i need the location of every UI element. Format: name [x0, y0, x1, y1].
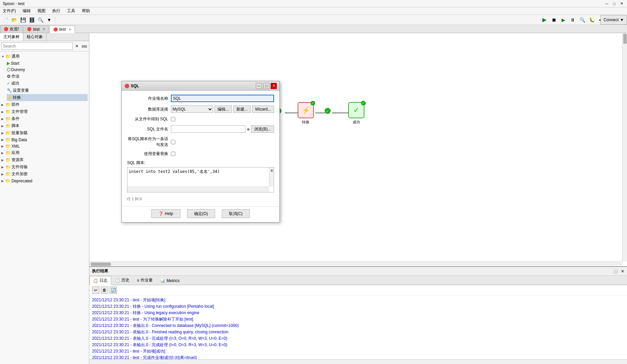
- sql-editor-container: insert into test2 values(05,'名名',34) ◆: [127, 167, 274, 192]
- usevar-checkbox[interactable]: [171, 152, 175, 156]
- filesql-checkbox[interactable]: [171, 117, 175, 121]
- db-select[interactable]: MySQL: [171, 105, 213, 113]
- ok-button[interactable]: 确定(O): [187, 209, 215, 218]
- dialog-title: 🔴 SQL: [124, 84, 139, 88]
- cancel-button[interactable]: 取消(C): [222, 209, 250, 218]
- wizard-button[interactable]: Wizard...: [252, 105, 274, 113]
- sqlfile-diamond: ◆: [247, 127, 250, 131]
- dialog-footer: ❓ Help 确定(O) 取消(C): [122, 206, 279, 222]
- job-name-input[interactable]: [171, 95, 274, 102]
- new-button[interactable]: 新建...: [233, 105, 251, 113]
- form-row-sqlfile: SQL 文件名 ◆ 浏览(B)...: [127, 125, 274, 133]
- sendsql-label: 将SQL脚本作为一条语句发送: [127, 136, 171, 148]
- sql-diamond: ◆: [270, 168, 273, 173]
- usevar-label: 使用变量替换: [127, 151, 171, 157]
- dialog-body: 作业项名称 数据库连接 MySQL 编辑... 新建... Wizard... …: [122, 91, 279, 206]
- dialog-close[interactable]: ✕: [271, 83, 277, 89]
- sql-dialog: 🔴 SQL ─ □ ✕ 作业项名称 数据库连接 MySQL: [121, 81, 280, 222]
- dialog-sql-icon: 🔴: [124, 84, 129, 88]
- form-row-filesql: 从文件中得到 SQL: [127, 116, 274, 122]
- db-label: 数据库连接: [127, 107, 171, 112]
- sendsql-checkbox[interactable]: [171, 140, 175, 144]
- help-button[interactable]: ❓ Help: [151, 209, 180, 218]
- browse-file-button[interactable]: 浏览(B)...: [251, 125, 274, 133]
- dialog-overlay: 🔴 SQL ─ □ ✕ 作业项名称 数据库连接 MySQL: [0, 0, 627, 364]
- sql-section: SQL 脚本: insert into test2 values(05,'名名'…: [127, 160, 274, 192]
- help-icon: ❓: [158, 211, 163, 216]
- db-select-row: MySQL 编辑... 新建... Wizard...: [171, 105, 274, 113]
- sqlfile-input[interactable]: [171, 125, 245, 133]
- form-row-jobname: 作业项名称: [127, 95, 274, 102]
- dialog-maximize[interactable]: □: [263, 83, 269, 89]
- filesql-label: 从文件中得到 SQL: [127, 116, 171, 122]
- sql-hscrollbar[interactable]: [127, 187, 269, 192]
- dialog-title-bar: 🔴 SQL ─ □ ✕: [122, 81, 279, 91]
- sql-script-label: SQL 脚本:: [127, 160, 274, 166]
- form-row-sendsql: 将SQL脚本作为一条语句发送: [127, 136, 274, 148]
- dialog-minimize[interactable]: ─: [256, 83, 262, 89]
- form-row-usevar: 使用变量替换: [127, 151, 274, 157]
- sqlfile-label: SQL 文件名: [127, 126, 171, 132]
- sql-status: 行 1 列 0: [127, 196, 274, 202]
- job-name-label: 作业项名称: [127, 96, 171, 101]
- form-row-db: 数据库连接 MySQL 编辑... 新建... Wizard...: [127, 105, 274, 113]
- browse-button[interactable]: 编辑...: [214, 105, 232, 113]
- dialog-controls: ─ □ ✕: [256, 83, 277, 89]
